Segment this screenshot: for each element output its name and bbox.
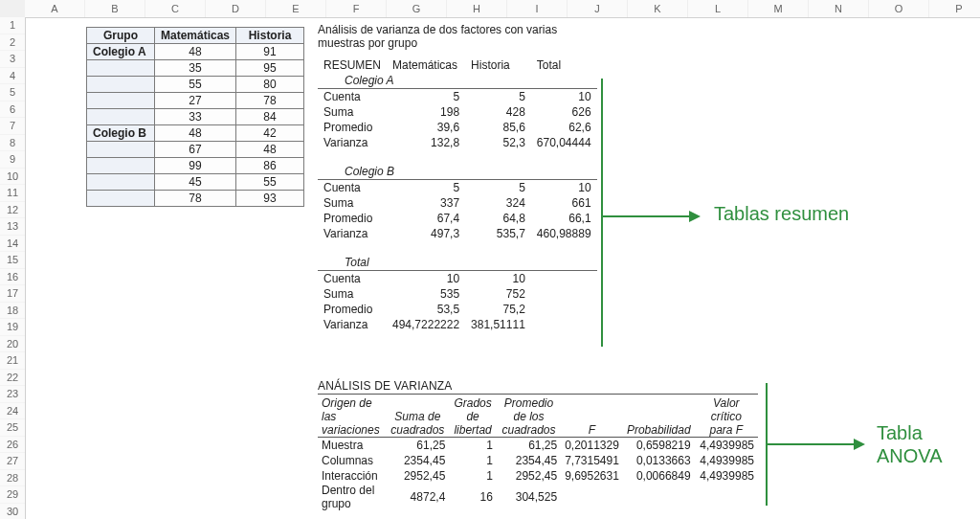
row-header-1[interactable]: 1 xyxy=(0,17,25,34)
row-header-6[interactable]: 6 xyxy=(0,102,25,119)
row-header-20[interactable]: 20 xyxy=(0,336,25,353)
row-header-7[interactable]: 7 xyxy=(0,118,25,135)
anova-value: 2952,45 xyxy=(386,468,449,484)
row-header-18[interactable]: 18 xyxy=(0,303,25,320)
data-cell[interactable]: 45 xyxy=(155,174,236,191)
summary-value: 5 xyxy=(387,180,465,196)
data-cell[interactable]: 55 xyxy=(236,174,304,191)
row-header-11[interactable]: 11 xyxy=(0,185,25,202)
row-header-27[interactable]: 27 xyxy=(0,453,25,470)
anova-table: Origen de las variacionesSuma de cuadrad… xyxy=(318,396,758,519)
group-cell[interactable] xyxy=(87,142,155,158)
group-cell[interactable] xyxy=(87,109,155,125)
row-header-10[interactable]: 10 xyxy=(0,169,25,186)
column-header-A[interactable]: A xyxy=(25,0,85,17)
column-header-O[interactable]: O xyxy=(869,0,929,17)
row-header-14[interactable]: 14 xyxy=(0,236,25,253)
row-header-16[interactable]: 16 xyxy=(0,269,25,286)
data-header[interactable]: Grupo xyxy=(87,28,155,44)
row-header-29[interactable]: 29 xyxy=(0,486,25,504)
group-cell[interactable] xyxy=(87,60,155,77)
anova-value: 4,4939985 xyxy=(695,438,758,454)
summary-title: Análisis de varianza de dos factores con… xyxy=(318,23,605,50)
summary-row-label: Promedio xyxy=(318,211,387,226)
column-header-I[interactable]: I xyxy=(507,0,568,17)
data-cell[interactable]: 48 xyxy=(155,44,236,60)
row-header-28[interactable]: 28 xyxy=(0,470,25,487)
column-header-F[interactable]: F xyxy=(326,0,387,17)
column-header-D[interactable]: D xyxy=(206,0,266,17)
data-cell[interactable]: 55 xyxy=(155,77,236,93)
summary-value: 10 xyxy=(465,271,531,287)
data-cell[interactable]: 93 xyxy=(236,191,304,207)
column-header-C[interactable]: C xyxy=(145,0,206,17)
row-header-19[interactable]: 19 xyxy=(0,319,25,336)
column-headers[interactable]: ABCDEFGHIJKLMNOP xyxy=(25,0,980,18)
column-header-E[interactable]: E xyxy=(266,0,326,17)
data-header[interactable]: Historia xyxy=(236,28,304,44)
column-header-B[interactable]: B xyxy=(85,0,145,17)
group-cell[interactable] xyxy=(87,191,155,207)
data-cell[interactable]: 78 xyxy=(155,191,236,207)
data-cell[interactable]: 99 xyxy=(155,158,236,174)
column-header-L[interactable]: L xyxy=(688,0,748,17)
row-headers[interactable]: 1234567891011121314151617181920212223242… xyxy=(0,17,26,519)
row-header-2[interactable]: 2 xyxy=(0,34,25,52)
data-cell[interactable]: 67 xyxy=(155,142,236,158)
row-header-26[interactable]: 26 xyxy=(0,437,25,454)
row-header-21[interactable]: 21 xyxy=(0,352,25,370)
data-cell[interactable]: 78 xyxy=(236,93,304,109)
column-header-H[interactable]: H xyxy=(447,0,507,17)
row-header-25[interactable]: 25 xyxy=(0,419,25,437)
anova-row-label: Interacción xyxy=(318,468,386,484)
data-cell[interactable]: 91 xyxy=(236,44,304,60)
anova-value: 0,0133663 xyxy=(623,453,695,468)
data-cell[interactable]: 86 xyxy=(236,158,304,174)
data-cell[interactable]: 35 xyxy=(155,60,236,77)
row-header-8[interactable]: 8 xyxy=(0,135,25,152)
group-cell[interactable] xyxy=(87,158,155,174)
select-all-corner[interactable] xyxy=(0,0,26,18)
column-header-J[interactable]: J xyxy=(568,0,628,17)
column-header-G[interactable]: G xyxy=(387,0,447,17)
column-header-N[interactable]: N xyxy=(809,0,869,17)
row-header-23[interactable]: 23 xyxy=(0,386,25,403)
column-header-K[interactable]: K xyxy=(628,0,688,17)
row-header-24[interactable]: 24 xyxy=(0,403,25,420)
group-cell[interactable] xyxy=(87,174,155,191)
row-header-22[interactable]: 22 xyxy=(0,370,25,387)
column-header-P[interactable]: P xyxy=(929,0,980,17)
summary-value: 64,8 xyxy=(465,211,531,226)
summary-row-label: Varianza xyxy=(318,135,387,150)
row-header-9[interactable]: 9 xyxy=(0,151,25,169)
summary-value: 10 xyxy=(531,89,597,105)
data-cell[interactable]: 48 xyxy=(236,142,304,158)
anova-row-label: Muestra xyxy=(318,438,386,454)
data-cell[interactable]: 27 xyxy=(155,93,236,109)
summary-value: 497,3 xyxy=(387,226,465,241)
data-header[interactable]: Matemáticas xyxy=(155,28,236,44)
row-header-4[interactable]: 4 xyxy=(0,68,25,85)
input-data-table[interactable]: GrupoMatemáticasHistoriaColegio A4891359… xyxy=(86,27,304,207)
data-cell[interactable]: 48 xyxy=(155,125,236,142)
group-cell[interactable]: Colegio A xyxy=(87,44,155,60)
data-cell[interactable]: 95 xyxy=(236,60,304,77)
group-cell[interactable] xyxy=(87,77,155,93)
column-header-M[interactable]: M xyxy=(748,0,809,17)
data-cell[interactable]: 84 xyxy=(236,109,304,125)
data-cell[interactable]: 33 xyxy=(155,109,236,125)
row-header-17[interactable]: 17 xyxy=(0,285,25,303)
row-header-13[interactable]: 13 xyxy=(0,218,25,236)
summary-value: 5 xyxy=(465,180,531,196)
data-cell[interactable]: 42 xyxy=(236,125,304,142)
group-cell[interactable] xyxy=(87,93,155,109)
row-header-3[interactable]: 3 xyxy=(0,51,25,68)
row-header-12[interactable]: 12 xyxy=(0,202,25,219)
row-header-5[interactable]: 5 xyxy=(0,84,25,102)
anova-value: 0,2011329 xyxy=(561,438,623,454)
data-cell[interactable]: 80 xyxy=(236,77,304,93)
row-header-15[interactable]: 15 xyxy=(0,252,25,269)
group-cell[interactable]: Colegio B xyxy=(87,125,155,142)
summary-value: 460,98889 xyxy=(531,226,597,241)
row-header-30[interactable]: 30 xyxy=(0,504,25,520)
